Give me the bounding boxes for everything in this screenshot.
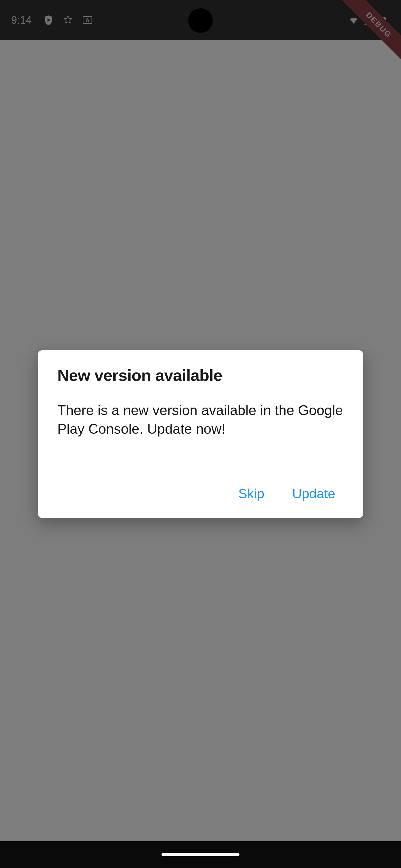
navigation-bar: [0, 841, 401, 868]
dialog-message: There is a new version available in the …: [57, 401, 344, 439]
update-button[interactable]: Update: [289, 480, 338, 507]
update-dialog: New version available There is a new ver…: [38, 350, 363, 518]
dialog-title: New version available: [57, 366, 344, 384]
modal-overlay: New version available There is a new ver…: [0, 0, 401, 868]
skip-button[interactable]: Skip: [236, 480, 267, 507]
navigation-pill[interactable]: [162, 853, 239, 856]
dialog-actions: Skip Update: [57, 480, 344, 507]
